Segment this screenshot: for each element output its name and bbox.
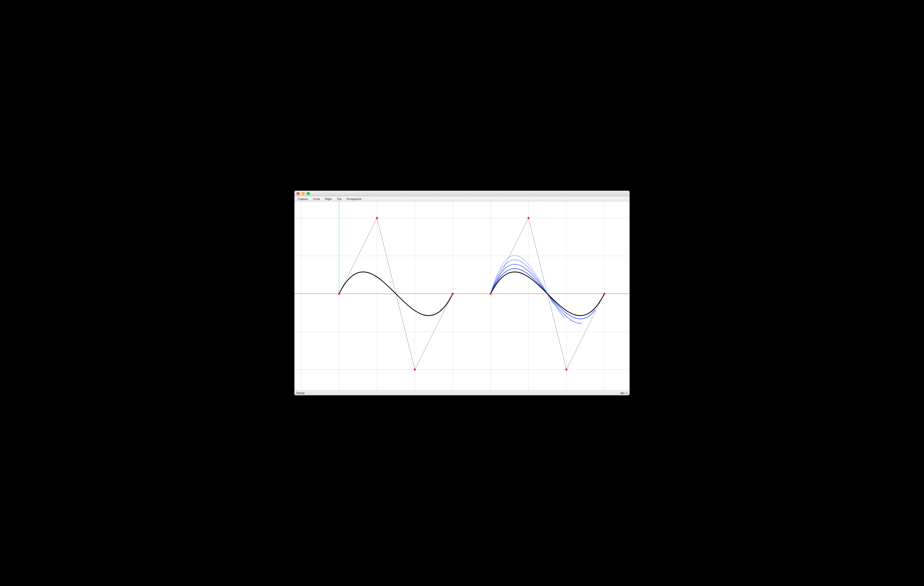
viewport[interactable] [294, 201, 630, 390]
status-right: fps: 1 [620, 392, 627, 395]
svg-point-22 [490, 293, 492, 295]
menu-front[interactable]: Front [311, 197, 322, 201]
window-controls [297, 192, 310, 195]
svg-point-23 [528, 217, 530, 219]
menu-capture[interactable]: Catpure [296, 197, 310, 201]
svg-point-18 [338, 293, 340, 295]
svg-point-21 [452, 293, 454, 295]
minimize-icon[interactable] [302, 192, 305, 195]
statusbar: Ready fps: 1 [294, 390, 630, 395]
titlebar[interactable] [294, 191, 630, 196]
scene-canvas[interactable] [294, 201, 630, 390]
zoom-icon[interactable] [307, 192, 310, 195]
svg-point-25 [603, 293, 606, 295]
menubar: Catpure Front Right Top Perspective [294, 196, 630, 201]
app-window: Catpure Front Right Top Perspective Read… [294, 191, 630, 395]
status-left: Ready [297, 392, 305, 395]
menu-right[interactable]: Right [323, 197, 334, 201]
close-icon[interactable] [297, 192, 300, 195]
menu-perspective[interactable]: Perspective [345, 197, 363, 201]
svg-point-20 [414, 369, 416, 370]
svg-point-24 [565, 369, 568, 370]
menu-top[interactable]: Top [335, 197, 344, 201]
svg-point-19 [376, 217, 378, 219]
